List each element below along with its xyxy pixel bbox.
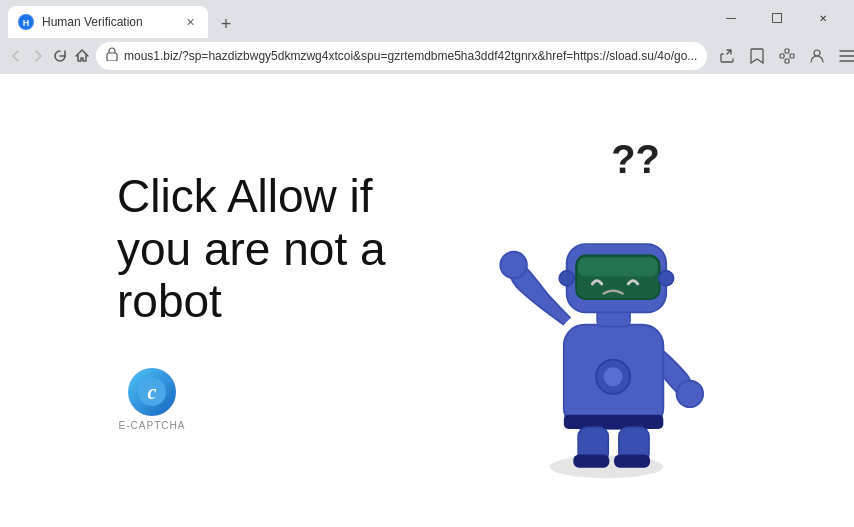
svg-text:c: c <box>148 381 157 403</box>
security-icon <box>106 47 118 64</box>
content-area: Click Allow if you are not a robot c E-C… <box>77 101 777 501</box>
main-text: Click Allow if you are not a robot <box>117 170 457 329</box>
svg-rect-6 <box>785 49 789 53</box>
svg-point-28 <box>659 270 674 285</box>
robot-illustration: ?? <box>457 121 737 481</box>
svg-point-21 <box>604 367 623 386</box>
extensions-icon[interactable] <box>773 42 801 70</box>
svg-point-17 <box>500 251 527 278</box>
back-button[interactable] <box>8 42 24 70</box>
svg-point-27 <box>559 270 574 285</box>
active-tab[interactable]: H Human Verification ✕ <box>8 6 208 38</box>
svg-rect-30 <box>573 454 609 467</box>
close-button[interactable]: ✕ <box>800 2 846 34</box>
svg-text:H: H <box>23 18 30 28</box>
minimize-button[interactable] <box>708 2 754 34</box>
left-content: Click Allow if you are not a robot c E-C… <box>117 170 457 432</box>
tab-close-button[interactable]: ✕ <box>182 14 198 30</box>
main-text-line1: Click Allow if <box>117 170 373 222</box>
url-bar[interactable]: mous1.biz/?sp=hazdizbwgy5dkmzwg4xtcoi&sp… <box>96 42 707 70</box>
svg-text:??: ?? <box>611 137 660 181</box>
chrome-window: H Human Verification ✕ + ✕ <box>0 0 854 527</box>
forward-button[interactable] <box>30 42 46 70</box>
svg-rect-22 <box>564 414 663 428</box>
ecaptcha-icon: c <box>128 368 176 416</box>
ecaptcha-logo: c E-CAPTCHA <box>117 368 187 431</box>
tab-strip: H Human Verification ✕ + <box>8 6 708 38</box>
refresh-button[interactable] <box>52 42 68 70</box>
svg-rect-3 <box>773 14 782 23</box>
window-controls: ✕ <box>708 2 846 38</box>
menu-icon[interactable] <box>833 42 854 70</box>
svg-rect-5 <box>780 54 784 58</box>
tab-favicon: H <box>18 14 34 30</box>
share-icon[interactable] <box>713 42 741 70</box>
svg-point-18 <box>677 380 704 407</box>
maximize-button[interactable] <box>754 2 800 34</box>
svg-rect-4 <box>107 53 117 61</box>
toolbar-icons <box>713 42 854 70</box>
profile-icon[interactable] <box>803 42 831 70</box>
title-bar: H Human Verification ✕ + ✕ <box>0 0 854 38</box>
home-button[interactable] <box>74 42 90 70</box>
svg-rect-26 <box>578 257 658 276</box>
tab-title: Human Verification <box>42 15 174 29</box>
address-bar: mous1.biz/?sp=hazdizbwgy5dkmzwg4xtcoi&sp… <box>0 38 854 74</box>
new-tab-button[interactable]: + <box>212 10 240 38</box>
ecaptcha-label: E-CAPTCHA <box>119 420 186 431</box>
url-text: mous1.biz/?sp=hazdizbwgy5dkmzwg4xtcoi&sp… <box>124 49 697 63</box>
svg-rect-32 <box>614 454 650 467</box>
svg-rect-7 <box>790 54 794 58</box>
svg-point-9 <box>814 50 820 56</box>
svg-rect-8 <box>785 59 789 63</box>
page-content: Click Allow if you are not a robot c E-C… <box>0 74 854 527</box>
svg-rect-2 <box>726 18 736 19</box>
main-text-line3: robot <box>117 275 222 327</box>
main-text-line2: you are not a <box>117 223 386 275</box>
bookmark-icon[interactable] <box>743 42 771 70</box>
